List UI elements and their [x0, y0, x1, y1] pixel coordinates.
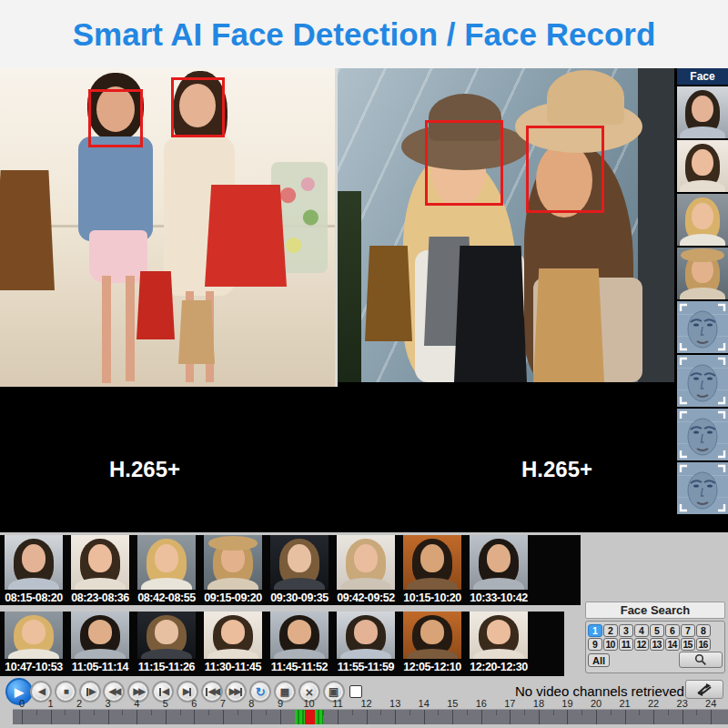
- timeline-hour-tick: [452, 710, 453, 724]
- timeline-hour-tick: [367, 710, 368, 724]
- record-thumbnail: [470, 612, 528, 659]
- playback-panel: 08:15-08:2008:23-08:3608:42-08:5509:15-0…: [0, 532, 728, 728]
- face-record-item[interactable]: 11:30-11:45: [204, 612, 262, 673]
- channel-button-14[interactable]: 14: [665, 638, 680, 651]
- swap-arrows-icon: [693, 683, 715, 696]
- sync-icon: ↻: [256, 686, 266, 698]
- timeline-half-hour-tick: [553, 710, 554, 715]
- face-scan-thumbnail[interactable]: [677, 462, 728, 514]
- face-scan-thumbnail[interactable]: [677, 409, 728, 460]
- timeline-hour-tick: [79, 710, 80, 724]
- video-monitor: H.265+ H.265+ Face: [0, 68, 728, 532]
- face-scan-icon: [677, 301, 728, 353]
- left-camera-view[interactable]: [0, 68, 335, 387]
- prev-record-icon: ◀◀: [205, 687, 218, 696]
- face-record-item[interactable]: 08:23-08:36: [71, 535, 129, 604]
- channel-button-10[interactable]: 10: [603, 638, 618, 651]
- timeline-half-hour-tick: [208, 710, 209, 715]
- record-thumbnail: [71, 535, 129, 590]
- channel-button-11[interactable]: 11: [619, 638, 633, 651]
- shopper-a-skirt: [89, 230, 147, 283]
- face-snapshot-thumbnail[interactable]: [677, 86, 728, 138]
- channel-button-7[interactable]: 7: [681, 624, 695, 637]
- face-search-button[interactable]: [679, 652, 723, 668]
- record-time-range: 09:30-09:35: [270, 592, 329, 604]
- record-time-range: 09:15-09:20: [204, 592, 262, 604]
- face-record-item[interactable]: 08:42-08:55: [137, 535, 196, 604]
- face-record-item[interactable]: 12:05-12:10: [403, 612, 461, 673]
- timeline-hour-tick: [481, 710, 482, 724]
- timeline-bar[interactable]: [13, 709, 728, 724]
- channel-button-6[interactable]: 6: [665, 624, 680, 637]
- face-record-item[interactable]: 10:33-10:42: [470, 535, 528, 604]
- timeline-half-hour-tick: [524, 710, 525, 715]
- face-snapshot-thumbnail[interactable]: [677, 248, 728, 299]
- face-scan-icon: [677, 462, 728, 514]
- record-time-range: 10:47-10:53: [5, 661, 63, 673]
- face-scan-thumbnail[interactable]: [677, 355, 728, 407]
- refresh-channels-button[interactable]: [685, 680, 723, 699]
- record-thumbnail: [337, 612, 395, 659]
- record-time-range: 10:33-10:42: [470, 592, 528, 604]
- shopper-a-denim-jacket: [78, 136, 153, 241]
- record-thumbnail: [137, 612, 196, 659]
- channel-button-4[interactable]: 4: [634, 624, 649, 637]
- face-record-item[interactable]: 08:15-08:20: [5, 535, 63, 604]
- timeline-hour-label: 18: [529, 698, 549, 709]
- channel-button-2[interactable]: 2: [603, 624, 618, 637]
- face-record-item[interactable]: 11:15-11:26: [137, 612, 196, 673]
- channel-button-1[interactable]: 1: [588, 624, 602, 637]
- face-detection-box: [171, 77, 225, 137]
- record-time-range: 08:42-08:55: [137, 592, 196, 604]
- face-record-item[interactable]: 10:15-10:20: [403, 535, 461, 604]
- option-checkbox[interactable]: [349, 685, 362, 698]
- shopping-bag-tan: [178, 300, 215, 364]
- codec-label-right: H.265+: [521, 457, 592, 482]
- face-record-item[interactable]: 09:42-09:52: [337, 535, 395, 604]
- record-thumbnail: [204, 535, 262, 590]
- channel-button-3[interactable]: 3: [619, 624, 633, 637]
- face-record-item[interactable]: 09:15-09:20: [204, 535, 262, 604]
- shopping-bag-brown: [365, 246, 412, 341]
- record-time-range: 12:05-12:10: [403, 661, 461, 673]
- channel-button-8[interactable]: 8: [696, 624, 711, 637]
- channel-button-13[interactable]: 13: [650, 638, 664, 651]
- record-thumbnail: [403, 612, 461, 659]
- timeline-hour-labels: 0123456789101112131415161718192021222324: [0, 698, 728, 709]
- face-record-item[interactable]: 12:20-12:30: [470, 612, 528, 673]
- channel-button-5[interactable]: 5: [650, 624, 664, 637]
- face-scan-thumbnail[interactable]: [677, 301, 728, 353]
- snapshot-portrait: [677, 194, 728, 246]
- play-icon: ▶: [15, 686, 24, 698]
- face-snapshot-thumbnail[interactable]: [677, 194, 728, 246]
- channel-button-12[interactable]: 12: [634, 638, 649, 651]
- record-time-range: 08:23-08:36: [71, 592, 129, 604]
- next-frame-icon: ▶: [183, 687, 192, 696]
- record-thumbnail: [204, 612, 262, 659]
- channel-button-9[interactable]: 9: [588, 638, 602, 651]
- face-record-item[interactable]: 11:45-11:52: [270, 612, 329, 673]
- record-time-range: 08:15-08:20: [5, 592, 63, 604]
- timeline-hour-label: 13: [385, 698, 405, 709]
- record-thumbnail: [270, 612, 329, 659]
- timeline-hour-label: 11: [328, 698, 348, 709]
- face-snapshot-thumbnail[interactable]: [677, 140, 728, 192]
- record-time-range: 11:45-11:52: [270, 661, 329, 673]
- shopping-bag-black: [454, 246, 527, 382]
- stop-icon: ■: [64, 687, 67, 696]
- timeline-hour-tick: [223, 710, 224, 724]
- save-icon: ▣: [329, 686, 339, 697]
- timeline-hour-tick: [166, 710, 167, 724]
- right-camera-view[interactable]: [338, 68, 674, 382]
- timeline-hour-label: 16: [471, 698, 491, 709]
- timeline-half-hour-tick: [639, 710, 640, 715]
- face-record-item[interactable]: 09:30-09:35: [270, 535, 329, 604]
- face-record-item[interactable]: 10:47-10:53: [5, 612, 63, 673]
- codec-label-left: H.265+: [109, 457, 180, 482]
- channel-button-16[interactable]: 16: [696, 638, 711, 651]
- shopping-bag-red-large: [205, 185, 287, 287]
- face-record-item[interactable]: 11:05-11:14: [71, 612, 129, 673]
- all-channels-button[interactable]: All: [588, 653, 610, 667]
- channel-button-15[interactable]: 15: [681, 638, 695, 651]
- face-record-item[interactable]: 11:55-11:59: [337, 612, 395, 673]
